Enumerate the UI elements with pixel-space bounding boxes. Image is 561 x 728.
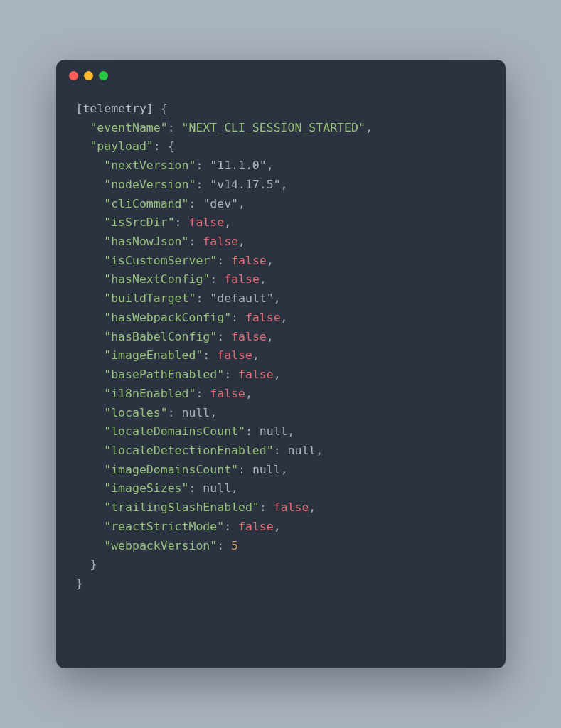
json-value: false: [231, 330, 267, 343]
json-value: null: [252, 463, 281, 476]
colon: :: [238, 463, 252, 476]
comma: ,: [224, 215, 231, 229]
comma: ,: [238, 235, 245, 248]
json-value: "11.1.0": [210, 159, 266, 172]
colon: :: [217, 254, 231, 267]
titlebar: [56, 60, 506, 91]
colon: :: [260, 500, 274, 514]
json-key: "buildTarget": [104, 291, 196, 305]
json-value: false: [231, 254, 267, 267]
colon: :: [245, 424, 260, 438]
json-key: "trailingSlashEnabled": [104, 500, 260, 514]
json-key: "hasNextConfig": [104, 272, 210, 286]
json-value: false: [224, 272, 260, 286]
comma: ,: [245, 387, 252, 400]
comma: ,: [316, 444, 323, 457]
brace-close: }: [90, 557, 97, 571]
json-value: false: [217, 348, 252, 362]
colon: :: [175, 215, 189, 229]
json-key: "hasBabelConfig": [104, 330, 217, 343]
json-value: null: [260, 424, 288, 438]
json-value: 5: [231, 539, 238, 552]
comma: ,: [281, 311, 288, 324]
json-key: "localeDetectionEnabled": [104, 444, 273, 457]
json-value: "default": [210, 291, 273, 305]
comma: ,: [288, 424, 295, 438]
json-key: "basePathEnabled": [104, 368, 224, 381]
colon: :: [224, 520, 238, 533]
json-key: "i18nEnabled": [104, 387, 196, 400]
json-key: "imageSizes": [104, 481, 188, 495]
colon: :: [210, 272, 224, 286]
comma: ,: [252, 348, 260, 362]
json-value: false: [203, 235, 238, 248]
json-key: "locales": [104, 406, 167, 419]
json-value: false: [274, 500, 309, 514]
comma: ,: [267, 159, 274, 172]
json-value: false: [210, 387, 245, 400]
colon: :: [231, 311, 245, 324]
json-value: "v14.17.5": [210, 178, 280, 191]
log-tag: [telemetry]: [76, 102, 154, 115]
colon: :: [196, 387, 210, 400]
colon: :: [196, 178, 210, 191]
comma: ,: [274, 291, 281, 305]
comma: ,: [365, 121, 373, 134]
terminal-window: [telemetry] { "eventName": "NEXT_CLI_SES…: [56, 60, 506, 668]
comma: ,: [281, 463, 288, 476]
colon: :: [168, 121, 182, 134]
colon: :: [188, 481, 203, 495]
json-key: "localeDomainsCount": [104, 424, 245, 438]
colon: :: [196, 159, 210, 172]
comma: ,: [267, 330, 274, 343]
json-value: "NEXT_CLI_SESSION_STARTED": [182, 121, 365, 134]
json-key: "imageEnabled": [104, 348, 203, 362]
json-value: null: [203, 481, 231, 495]
comma: ,: [260, 272, 267, 286]
zoom-icon[interactable]: [99, 71, 108, 80]
colon: :: [274, 444, 288, 457]
json-value: false: [245, 311, 281, 324]
comma: ,: [238, 197, 245, 210]
colon: :: [217, 330, 231, 343]
json-key: "isSrcDir": [104, 215, 174, 229]
json-key: "eventName": [90, 121, 167, 134]
json-value: null: [182, 406, 210, 419]
json-key: "cliCommand": [104, 197, 188, 210]
json-key: "nodeVersion": [104, 178, 196, 191]
comma: ,: [309, 500, 316, 514]
json-key: "webpackVersion": [104, 539, 217, 552]
comma: ,: [274, 368, 281, 381]
json-value: "dev": [203, 197, 238, 210]
minimize-icon[interactable]: [84, 71, 93, 80]
colon: :: [168, 406, 182, 419]
brace-open: {: [154, 102, 168, 115]
json-key: "imageDomainsCount": [104, 463, 238, 476]
json-key: "hasWebpackConfig": [104, 311, 231, 324]
json-value: false: [188, 215, 224, 229]
colon: :: [196, 291, 210, 305]
brace-close: }: [76, 577, 83, 590]
close-icon[interactable]: [69, 71, 78, 80]
comma: ,: [210, 406, 217, 419]
comma: ,: [281, 178, 288, 191]
colon: :: [217, 539, 231, 552]
colon: :: [188, 197, 203, 210]
colon: :: [188, 235, 203, 248]
json-value: null: [288, 444, 316, 457]
comma: ,: [231, 481, 238, 495]
code-output: [telemetry] { "eventName": "NEXT_CLI_SES…: [56, 91, 506, 614]
json-key: "reactStrictMode": [104, 520, 224, 533]
comma: ,: [274, 520, 281, 533]
colon: : {: [154, 139, 175, 153]
colon: :: [224, 368, 238, 381]
json-key: "isCustomServer": [104, 254, 217, 267]
json-key: "hasNowJson": [104, 235, 188, 248]
colon: :: [203, 348, 217, 362]
comma: ,: [267, 254, 274, 267]
json-value: false: [238, 520, 274, 533]
json-key: "payload": [90, 139, 153, 153]
json-value: false: [238, 368, 274, 381]
json-key: "nextVersion": [104, 159, 196, 172]
